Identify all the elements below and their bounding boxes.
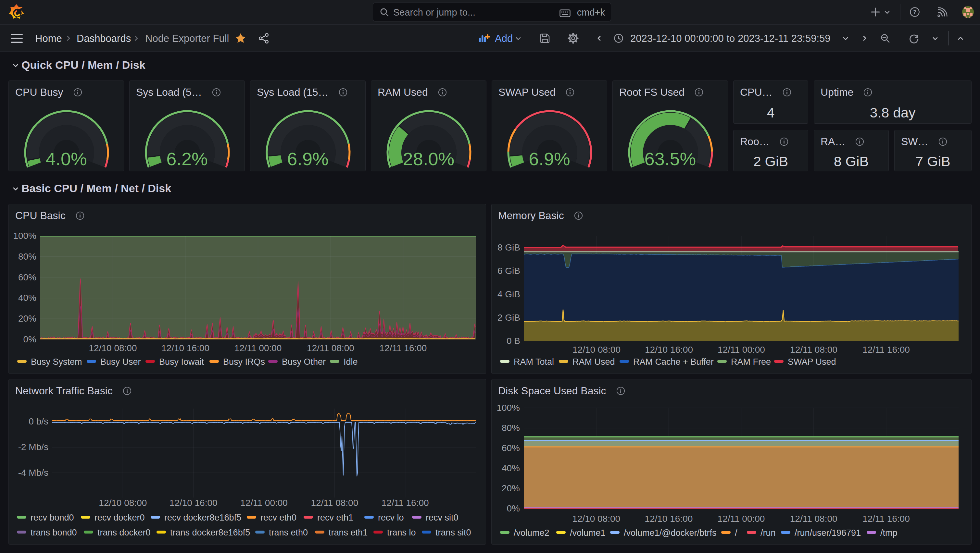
svg-text:RAM Total: RAM Total <box>514 357 554 367</box>
svg-text:60%: 60% <box>502 443 520 453</box>
svg-text:-4 Mb/s: -4 Mb/s <box>18 468 48 478</box>
svg-text:/volume1: /volume1 <box>570 528 606 538</box>
svg-text:recv sit0: recv sit0 <box>426 513 458 523</box>
svg-text:0 b/s: 0 b/s <box>29 416 48 426</box>
svg-text:recv eth1: recv eth1 <box>317 513 353 523</box>
svg-text:trans sit0: trans sit0 <box>436 528 471 537</box>
svg-text:12/10 16:00: 12/10 16:00 <box>161 343 210 353</box>
svg-text:recv docker0: recv docker0 <box>94 513 145 523</box>
svg-text:12/11 16:00: 12/11 16:00 <box>862 345 910 355</box>
svg-text:Busy User: Busy User <box>100 357 141 367</box>
svg-text:20%: 20% <box>502 483 520 493</box>
svg-text:?: ? <box>913 9 916 15</box>
svg-text:100%: 100% <box>13 231 37 241</box>
svg-text:8 GiB: 8 GiB <box>498 242 520 253</box>
svg-text:4 GiB: 4 GiB <box>498 289 520 299</box>
svg-text:12/10 08:00: 12/10 08:00 <box>573 345 620 355</box>
svg-text:trans docker8e16bf5: trans docker8e16bf5 <box>170 528 250 537</box>
svg-text:12/11 16:00: 12/11 16:00 <box>382 498 429 508</box>
svg-text:12/10 08:00: 12/10 08:00 <box>99 498 147 508</box>
svg-text:trans eth1: trans eth1 <box>329 528 368 537</box>
svg-text:recv docker8e16bf5: recv docker8e16bf5 <box>164 513 241 523</box>
svg-text:12/11 16:00: 12/11 16:00 <box>380 343 427 353</box>
svg-text:100%: 100% <box>496 403 520 413</box>
svg-text:SWAP Used: SWAP Used <box>788 357 836 367</box>
svg-text:12/11 08:00: 12/11 08:00 <box>311 498 358 508</box>
svg-text:/: / <box>735 528 737 538</box>
svg-text:60%: 60% <box>18 272 37 282</box>
svg-text:recv lo: recv lo <box>378 513 404 523</box>
svg-text:12/11 16:00: 12/11 16:00 <box>862 514 910 524</box>
svg-text:RAM Cache + Buffer: RAM Cache + Buffer <box>633 357 714 367</box>
svg-text:Busy System: Busy System <box>31 357 82 367</box>
svg-text:RAM Used: RAM Used <box>573 357 615 367</box>
svg-text:0%: 0% <box>23 334 37 344</box>
svg-text:/volume2: /volume2 <box>514 528 549 538</box>
svg-text:12/10 08:00: 12/10 08:00 <box>89 343 137 353</box>
svg-text:12/11 08:00: 12/11 08:00 <box>790 345 837 355</box>
svg-text:0%: 0% <box>507 503 520 513</box>
svg-text:12/11 00:00: 12/11 00:00 <box>718 514 765 524</box>
svg-text:12/11 00:00: 12/11 00:00 <box>718 345 765 355</box>
svg-text:0 B: 0 B <box>507 336 520 346</box>
svg-text:/tmp: /tmp <box>880 528 897 538</box>
svg-text:/run: /run <box>760 528 776 538</box>
svg-text:40%: 40% <box>502 463 520 473</box>
svg-text:12/10 08:00: 12/10 08:00 <box>572 514 620 524</box>
svg-text:12/11 08:00: 12/11 08:00 <box>307 343 354 353</box>
svg-text:6 GiB: 6 GiB <box>498 266 520 276</box>
svg-text:Idle: Idle <box>344 357 358 367</box>
svg-text:/volume1/@docker/btrfs: /volume1/@docker/btrfs <box>624 528 717 538</box>
svg-text:Busy IRQs: Busy IRQs <box>223 357 265 367</box>
svg-text:Busy Other: Busy Other <box>282 357 326 367</box>
svg-text:trans bond0: trans bond0 <box>30 528 77 537</box>
svg-text:2 GiB: 2 GiB <box>498 313 520 323</box>
svg-text:12/10 16:00: 12/10 16:00 <box>645 345 693 355</box>
svg-text:12/10 16:00: 12/10 16:00 <box>644 514 693 524</box>
svg-text:40%: 40% <box>18 293 37 303</box>
svg-text:Busy Iowait: Busy Iowait <box>159 357 204 367</box>
svg-text:-2 Mb/s: -2 Mb/s <box>18 442 48 452</box>
svg-text:12/10 16:00: 12/10 16:00 <box>170 498 218 508</box>
svg-text:/run/user/196791: /run/user/196791 <box>795 528 861 538</box>
svg-text:recv bond0: recv bond0 <box>30 513 74 523</box>
svg-text:80%: 80% <box>502 423 520 433</box>
svg-text:80%: 80% <box>18 251 37 262</box>
svg-text:trans docker0: trans docker0 <box>97 528 151 537</box>
svg-text:12/11 00:00: 12/11 00:00 <box>240 498 288 508</box>
svg-text:recv eth0: recv eth0 <box>261 513 296 523</box>
svg-text:12/11 08:00: 12/11 08:00 <box>790 514 837 524</box>
svg-text:12/11 00:00: 12/11 00:00 <box>234 343 282 353</box>
svg-text:trans eth0: trans eth0 <box>269 528 308 537</box>
svg-text:RAM Free: RAM Free <box>731 357 771 367</box>
svg-text:trans lo: trans lo <box>387 528 416 537</box>
svg-text:20%: 20% <box>18 313 37 324</box>
